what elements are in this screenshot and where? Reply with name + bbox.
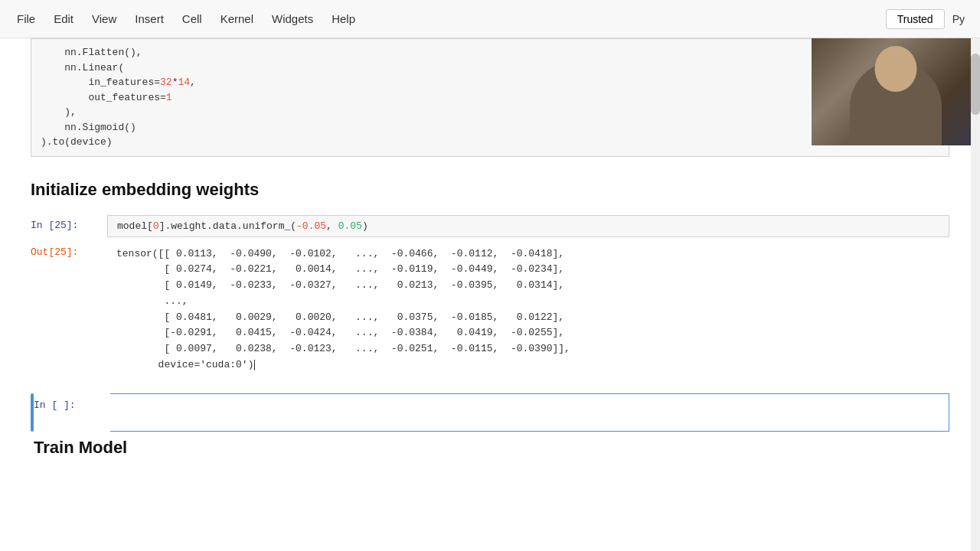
code-line-4: out_features=1 <box>41 90 939 106</box>
code-line-3: in_features=32*14, <box>41 75 939 90</box>
menubar: File Edit View Insert Cell Kernel Widget… <box>0 0 980 38</box>
code-line-2: nn.Linear( <box>41 60 939 76</box>
cursor <box>254 360 255 370</box>
menu-kernel[interactable]: Kernel <box>211 8 263 30</box>
input-code-25[interactable]: model[0].weight.data.uniform_(-0.05, 0.0… <box>107 215 949 237</box>
menu-widgets[interactable]: Widgets <box>263 8 322 30</box>
output-label-25: Out[25]: <box>31 242 107 258</box>
menu-insert[interactable]: Insert <box>126 8 173 30</box>
active-cell-label: In [ ]: <box>34 393 110 411</box>
code-line-1: nn.Flatten(), <box>41 45 939 60</box>
code-line-5: ), <box>41 105 939 120</box>
idx-0: 0 <box>153 220 159 232</box>
input-label-25: In [25]: <box>31 215 107 231</box>
trusted-button[interactable]: Trusted <box>886 9 945 29</box>
scrollbar-thumb[interactable] <box>971 54 980 115</box>
active-cell[interactable]: In [ ]: <box>31 393 949 432</box>
menu-file[interactable]: File <box>8 8 44 30</box>
num-14: 14 <box>178 77 190 88</box>
menu-view[interactable]: View <box>83 8 126 30</box>
webcam-person <box>812 38 980 145</box>
active-cell-input[interactable] <box>110 393 949 432</box>
num-1: 1 <box>166 92 172 103</box>
section-heading: Initialize embedding weights <box>31 180 949 200</box>
py-indicator: Py <box>945 13 972 25</box>
output-cell-25: Out[25]: tensor([[ 0.0113, -0.0490, -0.0… <box>31 242 949 378</box>
menu-help[interactable]: Help <box>322 8 364 30</box>
scrollbar[interactable] <box>971 38 980 551</box>
output-row-25: Out[25]: tensor([[ 0.0113, -0.0490, -0.0… <box>31 242 949 378</box>
input-row-25: In [25]: model[0].weight.data.uniform_(-… <box>31 215 949 237</box>
code-line-6: nn.Sigmoid() <box>41 120 939 135</box>
pos-005: 0.05 <box>338 220 362 232</box>
menu-edit[interactable]: Edit <box>44 8 83 30</box>
neg-005: -0.05 <box>296 220 326 232</box>
webcam-overlay <box>812 38 980 145</box>
input-cell-25: In [25]: model[0].weight.data.uniform_(-… <box>31 215 949 237</box>
code-line-7: ).to(device) <box>41 135 939 150</box>
menu-cell[interactable]: Cell <box>173 8 211 30</box>
output-content-25: tensor([[ 0.0113, -0.0490, -0.0102, ...,… <box>107 242 949 378</box>
num-32: 32 <box>160 77 172 88</box>
bottom-heading: Train Model <box>34 438 949 458</box>
